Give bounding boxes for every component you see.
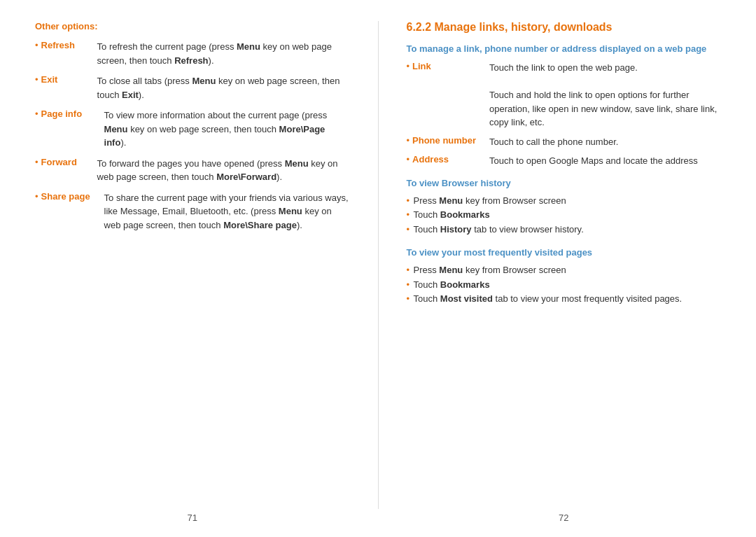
- bullet-icon: •: [35, 109, 38, 119]
- bold-text: Menu: [439, 265, 463, 275]
- bold-text: More\Share page: [223, 220, 297, 230]
- right-label-address: Address: [412, 154, 489, 165]
- bold-text: Menu: [279, 206, 302, 216]
- bold-text: Most visited: [440, 293, 493, 304]
- page-number-right: 72: [559, 512, 568, 523]
- list-item: • Refresh To refresh the current page (p…: [35, 40, 350, 67]
- list-item: • Link Touch the link to open the web pa…: [407, 61, 722, 130]
- bold-text: Bookmarks: [440, 279, 490, 290]
- right-label-link: Link: [412, 61, 489, 71]
- history-list-item: Touch History tab to view browser histor…: [407, 223, 722, 237]
- item-label-refresh: Refresh: [41, 40, 97, 50]
- frequently-visited-list: Press Menu key from Browser screen Touch…: [407, 263, 722, 307]
- bullet-icon: •: [35, 40, 38, 50]
- list-item: • Page info To view more information abo…: [35, 109, 350, 150]
- right-page: 6.2.2 Manage links, history, downloads T…: [386, 21, 743, 509]
- chapter-heading: 6.2.2 Manage links, history, downloads: [407, 21, 722, 34]
- frequently-visited-section: To view your most frequently visited pag…: [407, 247, 722, 307]
- bold-text: Bookmarks: [440, 209, 490, 220]
- other-options-heading: Other options:: [35, 21, 350, 32]
- browser-history-section: To view Browser history Press Menu key f…: [407, 178, 722, 237]
- bold-text: Menu: [192, 76, 216, 86]
- bold-text: Exit: [122, 90, 139, 100]
- options-list: • Refresh To refresh the current page (p…: [35, 40, 350, 232]
- intro-heading: To manage a link, phone number or addres…: [407, 43, 722, 54]
- list-item: • Share page To share the current page w…: [35, 191, 350, 232]
- bold-text: History: [440, 224, 472, 235]
- bullet-icon: •: [407, 154, 410, 165]
- item-desc-refresh: To refresh the current page (press Menu …: [97, 40, 350, 67]
- right-desc-link: Touch the link to open the web page.Touc…: [489, 61, 721, 130]
- history-list-item: Press Menu key from Browser screen: [407, 194, 722, 209]
- item-label-pageinfo: Page info: [41, 109, 104, 119]
- item-label-forward: Forward: [41, 157, 97, 167]
- history-list-item: Touch Bookmarks: [407, 208, 722, 223]
- list-item: • Forward To forward the pages you have …: [35, 157, 350, 184]
- browser-history-heading: To view Browser history: [407, 178, 722, 188]
- list-item: • Exit To close all tabs (press Menu key…: [35, 74, 350, 102]
- bold-text: Menu: [104, 124, 128, 134]
- history-list-item: Touch Most visited tab to view your most…: [407, 292, 722, 307]
- page-number-left: 71: [188, 512, 197, 523]
- list-item: • Address Touch to open Google Maps and …: [407, 154, 722, 168]
- item-desc-sharepage: To share the current page with your frie…: [104, 191, 350, 232]
- browser-history-list: Press Menu key from Browser screen Touch…: [407, 194, 722, 237]
- bullet-icon: •: [407, 135, 410, 146]
- right-label-phone: Phone number: [412, 135, 489, 146]
- frequently-visited-heading: To view your most frequently visited pag…: [407, 247, 722, 258]
- bold-text: More\Forward: [216, 172, 276, 182]
- left-page: Other options: • Refresh To refresh the …: [14, 21, 371, 509]
- right-desc-phone: Touch to call the phone number.: [489, 135, 721, 149]
- list-item: • Phone number Touch to call the phone n…: [407, 135, 722, 149]
- bullet-icon: •: [407, 61, 410, 71]
- bold-text: Menu: [285, 158, 309, 169]
- bold-text: Menu: [439, 195, 463, 206]
- item-label-sharepage: Share page: [41, 191, 104, 202]
- bold-text: More\Page info: [104, 124, 326, 148]
- history-list-item: Press Menu key from Browser screen: [407, 263, 722, 278]
- history-list-item: Touch Bookmarks: [407, 278, 722, 293]
- bold-text: Menu: [237, 41, 260, 52]
- item-desc-forward: To forward the pages you have opened (pr…: [97, 157, 350, 184]
- item-desc-exit: To close all tabs (press Menu key on web…: [97, 74, 350, 102]
- page-divider: [378, 21, 379, 509]
- bold-text: Refresh: [174, 55, 208, 66]
- bullet-icon: •: [35, 157, 38, 167]
- right-items-list: • Link Touch the link to open the web pa…: [407, 61, 722, 168]
- item-desc-pageinfo: To view more information about the curre…: [104, 109, 350, 150]
- bullet-icon: •: [35, 74, 38, 85]
- right-desc-address: Touch to open Google Maps and locate the…: [489, 154, 721, 168]
- bullet-icon: •: [35, 191, 38, 202]
- item-label-exit: Exit: [41, 74, 97, 85]
